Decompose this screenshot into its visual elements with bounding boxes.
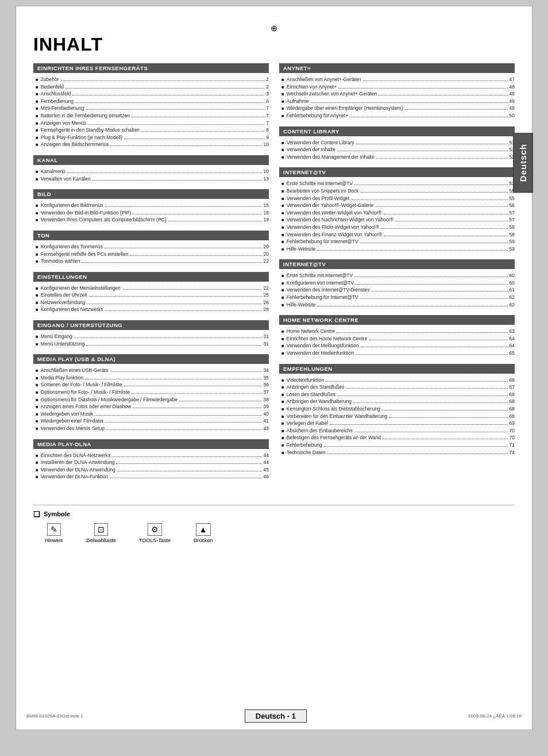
bullet-icon: ■ [281,154,284,161]
item-label: Menü Unterstützung [41,340,85,347]
item-page: 55 [510,195,515,202]
item-label: Einrichten von Anynet+ [287,83,337,90]
bullet-icon: ■ [36,251,38,258]
item-label: Verwenden der DLNA-Funktion [41,473,109,480]
item-label: Hilfe-Website [287,245,315,252]
item-page: 68 [510,405,515,412]
item-label: Sortieren der Foto- / Musik- / Filmliste [41,381,122,388]
item-label: Einrichten des Home Network Centre [287,335,367,342]
item-label: Bearbeiten von Snippets im Dock [287,187,359,194]
item-label: Media Play funktion [41,374,83,381]
section-header: EINSTELLUNGEN [33,272,269,282]
item-dots [106,425,262,430]
list-item: ■Anbringen der Wandhalterung68 [281,398,515,405]
list-item: ■Verwenden der Content Library51 [281,139,515,147]
bullet-icon: ■ [36,467,38,474]
list-item: ■Optionsmenü für Foto- / Musik- / Filmli… [36,389,269,396]
bullet-icon: ■ [281,398,284,405]
section-header: EINRICHTEN IHRES FERNSEHGERÄTS [33,63,269,73]
item-page: 8 [266,126,269,133]
item-label: Verlegen der Kabel [287,420,328,427]
item-page: 68 [510,391,515,398]
list-item: ■Verwenden Ihres Computers als Computerb… [36,216,269,224]
item-label: Home Network Centre [287,328,335,335]
list-item: ■Hilfe-Website62 [281,301,515,309]
item-dots [356,139,508,144]
item-dots [61,76,265,81]
bullet-icon: ■ [36,404,38,410]
bullet-icon: ■ [36,375,38,382]
item-page: 62 [510,294,515,301]
item-label: Netzwerkverbindung [41,299,85,306]
item-page: 22 [264,258,269,264]
item-dots [110,141,261,146]
item-dots [405,105,508,110]
bullet-icon: ■ [281,302,284,309]
item-page: 67 [510,383,515,390]
list-item: ■Batterien in die Fernbedienung einsetze… [36,112,269,120]
item-label: Fernbedienung [41,98,74,105]
item-label: Bedienfeld [41,83,64,90]
list-item: ■Absichern des Einbaubereichs70 [281,427,515,435]
item-page: 61 [510,286,515,293]
item-page: 58 [510,224,515,231]
bullet-icon: ■ [281,224,284,231]
item-dots [168,216,262,221]
item-page: 25 [264,291,269,298]
section: HOME NETWORK CENTRE■Home Network Centre6… [279,315,515,358]
item-page: 28 [264,306,269,313]
list-item: ■Videotextfunktion66 [281,377,515,384]
list-item: ■Konfigurieren des Netzwerks28 [36,306,269,313]
section: EINRICHTEN IHRES FERNSEHGERÄTS■Zubehör2■… [33,63,269,149]
item-dots [356,350,507,355]
item-page: 49 [510,98,515,105]
list-item: ■Wiedergeben von Musik40 [36,410,269,418]
list-item: ■Fernbedienung6 [36,98,269,105]
list-item: ■Sortieren der Foto- / Musik- / Filmlist… [36,381,269,389]
list-item: ■Verwalten von Kanälen13 [36,175,269,183]
item-page: 7 [266,120,269,126]
list-item: ■Verwenden des Nachrichten-Widget von Ya… [281,216,515,224]
list-item: ■Wiedergabe über einen Empfänger (Heimki… [281,105,515,112]
item-dots [337,328,508,333]
bullet-icon: ■ [36,98,38,105]
section-items: ■Kanalmenü10■Verwalten von Kanälen13 [33,167,269,183]
bullet-icon: ■ [281,350,284,357]
item-label: Optionsmenü für Foto- / Musik- / Filmlis… [41,389,130,396]
section-header: INTERNET@TV [279,167,515,177]
item-dots [105,202,262,207]
bullet-icon: ■ [36,91,38,98]
item-label: Verwenden des Wetter-Widget von Yahoo!® [287,209,382,216]
item-page: 20 [264,243,269,250]
list-item: ■Fehlerbehebung für Anynet+50 [281,112,515,120]
item-page: 60 [510,272,515,279]
item-dots [89,291,262,297]
symbol-icon: ⊡ [94,523,108,536]
item-dots [65,83,264,89]
footer-left: BN68-02329A-03Ger.indb 1 [26,713,83,719]
bullet-icon: ■ [36,292,38,299]
bullet-icon: ■ [36,418,38,425]
item-dots [122,285,262,290]
bullet-icon: ■ [36,258,38,265]
item-page: 31 [264,333,269,340]
item-dots [372,286,508,291]
item-label: Anschlussfeld [41,90,71,97]
bullet-icon: ■ [281,442,284,449]
symbol-label: Zielwahltaste [86,538,117,543]
item-dots [395,216,507,221]
section: EINSTELLUNGEN■Konfigurieren der Menüeins… [33,272,269,314]
item-dots [85,374,262,379]
section-items: ■Verwenden der Content Library51■Verwend… [279,138,515,162]
list-item: ■Fehlerbehebung71 [281,442,515,449]
list-item: ■Anschließen von Anynet+-Geräten47 [281,76,515,83]
list-item: ■Verwenden der Bild-in-Bild-Funktion (PI… [36,209,269,217]
item-page: 22 [264,285,269,291]
item-page: 9 [266,134,269,141]
item-dots [381,224,507,229]
section: MEDIA PLAY (USB & DLNA)■Anschließen eine… [33,354,269,433]
symbol-icon: ✎ [47,523,61,536]
language-tab: Deutsch [513,133,533,193]
section-header: HOME NETWORK CENTRE [279,315,515,325]
symbols-section: ❑ Symbole ✎Hinweis⊡Zielwahltaste⚙TOOLS-T… [33,505,515,543]
